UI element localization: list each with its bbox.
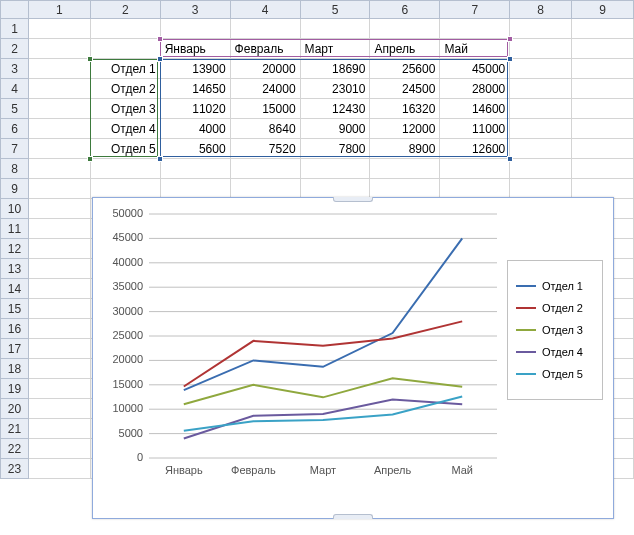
cell[interactable]: [28, 99, 90, 119]
table-row-label[interactable]: Отдел 1: [90, 59, 160, 79]
legend-item[interactable]: Отдел 1: [516, 275, 594, 297]
cell[interactable]: [28, 459, 90, 479]
chart-resize-top[interactable]: [333, 197, 373, 202]
row-header[interactable]: 6: [1, 119, 29, 139]
legend-item[interactable]: Отдел 2: [516, 297, 594, 319]
table-value[interactable]: 8900: [370, 139, 440, 159]
legend-item[interactable]: Отдел 3: [516, 319, 594, 341]
cell[interactable]: [510, 39, 572, 59]
col-header[interactable]: 8: [510, 1, 572, 19]
row-header[interactable]: 18: [1, 359, 29, 379]
row-header[interactable]: 5: [1, 99, 29, 119]
table-value[interactable]: 12000: [370, 119, 440, 139]
cell[interactable]: [28, 359, 90, 379]
cell[interactable]: [510, 59, 572, 79]
table-value[interactable]: 25600: [370, 59, 440, 79]
cell[interactable]: [28, 299, 90, 319]
table-value[interactable]: 45000: [440, 59, 510, 79]
row-header[interactable]: 4: [1, 79, 29, 99]
series-line[interactable]: [184, 238, 462, 390]
cell[interactable]: [28, 59, 90, 79]
cell[interactable]: [28, 219, 90, 239]
cell[interactable]: [230, 159, 300, 179]
cell[interactable]: [510, 79, 572, 99]
table-value[interactable]: 15000: [230, 99, 300, 119]
table-value[interactable]: 4000: [160, 119, 230, 139]
row-header[interactable]: 17: [1, 339, 29, 359]
cell[interactable]: [572, 119, 634, 139]
table-value[interactable]: 24000: [230, 79, 300, 99]
col-header[interactable]: 9: [572, 1, 634, 19]
cell[interactable]: [160, 19, 230, 39]
row-header[interactable]: 15: [1, 299, 29, 319]
row-header[interactable]: 22: [1, 439, 29, 459]
cell[interactable]: [572, 159, 634, 179]
cell[interactable]: [230, 179, 300, 199]
table-col-label[interactable]: Март: [300, 39, 370, 59]
cell[interactable]: [510, 179, 572, 199]
table-col-label[interactable]: Февраль: [230, 39, 300, 59]
table-value[interactable]: 23010: [300, 79, 370, 99]
cell[interactable]: [160, 179, 230, 199]
cell[interactable]: [510, 159, 572, 179]
cell[interactable]: [510, 119, 572, 139]
row-header[interactable]: 11: [1, 219, 29, 239]
row-header[interactable]: 10: [1, 199, 29, 219]
table-col-label[interactable]: Апрель: [370, 39, 440, 59]
chart-object[interactable]: 0500010000150002000025000300003500040000…: [92, 197, 614, 519]
table-col-label[interactable]: Май: [440, 39, 510, 59]
cell[interactable]: [510, 19, 572, 39]
col-header[interactable]: 1: [28, 1, 90, 19]
cell[interactable]: [28, 79, 90, 99]
row-header[interactable]: 23: [1, 459, 29, 479]
table-value[interactable]: 9000: [300, 119, 370, 139]
cell[interactable]: [28, 339, 90, 359]
cell[interactable]: [440, 19, 510, 39]
table-value[interactable]: 16320: [370, 99, 440, 119]
cell[interactable]: [28, 379, 90, 399]
row-header[interactable]: 1: [1, 19, 29, 39]
cell[interactable]: [370, 179, 440, 199]
cell[interactable]: [28, 439, 90, 459]
cell[interactable]: [28, 159, 90, 179]
col-header[interactable]: 4: [230, 1, 300, 19]
cell[interactable]: [28, 39, 90, 59]
cell[interactable]: [370, 19, 440, 39]
table-value[interactable]: 11020: [160, 99, 230, 119]
row-header[interactable]: 12: [1, 239, 29, 259]
cell[interactable]: [572, 79, 634, 99]
cell[interactable]: [572, 179, 634, 199]
cell[interactable]: [28, 259, 90, 279]
cell[interactable]: [510, 139, 572, 159]
table-value[interactable]: 7520: [230, 139, 300, 159]
table-value[interactable]: 7800: [300, 139, 370, 159]
cell[interactable]: [28, 239, 90, 259]
cell[interactable]: [160, 159, 230, 179]
cell[interactable]: [572, 99, 634, 119]
cell[interactable]: [28, 19, 90, 39]
row-header[interactable]: 3: [1, 59, 29, 79]
row-header[interactable]: 14: [1, 279, 29, 299]
cell[interactable]: [440, 159, 510, 179]
row-header[interactable]: 21: [1, 419, 29, 439]
table-col-label[interactable]: Январь: [160, 39, 230, 59]
cell[interactable]: [90, 179, 160, 199]
row-header[interactable]: 13: [1, 259, 29, 279]
cell[interactable]: [28, 419, 90, 439]
select-all-corner[interactable]: [1, 1, 29, 19]
cell[interactable]: [572, 59, 634, 79]
cell[interactable]: [90, 19, 160, 39]
cell[interactable]: [28, 179, 90, 199]
table-row-label[interactable]: Отдел 3: [90, 99, 160, 119]
row-header[interactable]: 2: [1, 39, 29, 59]
cell[interactable]: [572, 139, 634, 159]
table-row-label[interactable]: Отдел 5: [90, 139, 160, 159]
cell[interactable]: [370, 159, 440, 179]
chart-resize-bottom[interactable]: [333, 514, 373, 519]
table-value[interactable]: 12430: [300, 99, 370, 119]
row-header[interactable]: 20: [1, 399, 29, 419]
table-value[interactable]: 12600: [440, 139, 510, 159]
row-header[interactable]: 16: [1, 319, 29, 339]
table-value[interactable]: 24500: [370, 79, 440, 99]
table-value[interactable]: 5600: [160, 139, 230, 159]
